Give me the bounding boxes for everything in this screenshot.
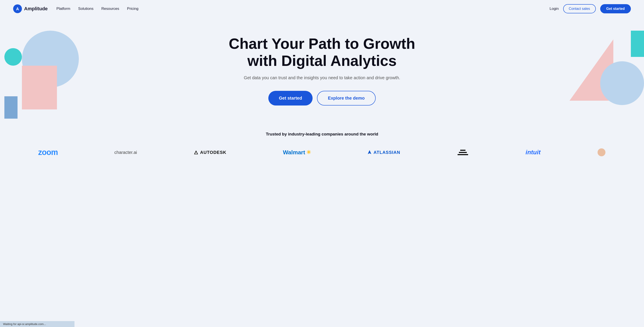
atlassian-icon (367, 150, 372, 155)
hero-content: Chart Your Path to Growth with Digital A… (4, 35, 640, 105)
atlassian-logo-text: ATLASSIAN (374, 150, 400, 155)
walmart-spark-icon: ✳ (306, 149, 311, 155)
logo-adidas (457, 147, 469, 158)
nav-link-pricing[interactable]: Pricing (127, 6, 138, 11)
atlassian-logo-container: ATLASSIAN (367, 150, 400, 155)
status-bar: Waiting for api-sr.amplitude.com... (0, 321, 74, 327)
autodesk-logo-text: AUTODESK (200, 150, 226, 155)
logo-intuit: intuit (526, 149, 540, 156)
partial-logo-icon (597, 148, 606, 157)
hero-buttons: Get started Explore the demo (4, 91, 640, 105)
contact-sales-button[interactable]: Contact sales (563, 4, 596, 13)
nav-item-solutions[interactable]: Solutions (78, 6, 94, 11)
logo-partial (597, 148, 606, 157)
logo-atlassian: ATLASSIAN (367, 150, 400, 155)
nav-right: Login Contact sales Get started (550, 4, 631, 13)
characterai-logo-text: character.ai (114, 150, 137, 155)
logo-zoom: zoom (38, 148, 58, 157)
adidas-icon (457, 147, 469, 158)
hero-title: Chart Your Path to Growth with Digital A… (224, 35, 420, 69)
zoom-logo-text: zoom (38, 148, 58, 157)
hero-explore-demo-button[interactable]: Explore the demo (317, 91, 376, 105)
logo-link[interactable]: A Amplitude (13, 4, 48, 13)
company-logos-row: zoom character.ai AUTODESK Walmart ✳ (13, 147, 631, 158)
logo-walmart: Walmart ✳ (283, 149, 311, 156)
status-text: Waiting for api-sr.amplitude.com... (3, 323, 46, 326)
nav-link-solutions[interactable]: Solutions (78, 6, 94, 11)
svg-point-9 (598, 148, 606, 156)
nav-item-pricing[interactable]: Pricing (127, 6, 138, 11)
nav-links: Platform Solutions Resources Pricing (56, 6, 138, 11)
nav-link-resources[interactable]: Resources (102, 6, 119, 11)
nav-link-platform[interactable]: Platform (56, 6, 70, 11)
hero-subtitle: Get data you can trust and the insights … (4, 75, 640, 80)
trusted-section: Trusted by industry-leading companies ar… (0, 119, 644, 166)
logo-autodesk: AUTODESK (194, 150, 226, 155)
logo-text: Amplitude (24, 6, 48, 11)
hero-get-started-button[interactable]: Get started (268, 91, 312, 105)
nav-item-platform[interactable]: Platform (56, 6, 70, 11)
svg-marker-4 (368, 150, 371, 154)
get-started-nav-button[interactable]: Get started (600, 4, 631, 13)
logo-characterai: character.ai (114, 150, 137, 155)
svg-rect-8 (460, 150, 466, 151)
navbar: A Amplitude Platform Solutions Resources… (0, 0, 644, 17)
svg-rect-7 (459, 152, 467, 153)
amplitude-logo-icon: A (13, 4, 22, 13)
trusted-title: Trusted by industry-leading companies ar… (13, 132, 631, 137)
intuit-logo-text: intuit (526, 149, 540, 156)
walmart-logo-text: Walmart ✳ (283, 149, 311, 156)
svg-rect-6 (458, 154, 468, 155)
hero-section: Chart Your Path to Growth with Digital A… (0, 17, 644, 119)
autodesk-icon (194, 150, 198, 155)
svg-text:A: A (16, 7, 19, 11)
autodesk-logo-container: AUTODESK (194, 150, 226, 155)
nav-left: A Amplitude Platform Solutions Resources… (13, 4, 138, 13)
nav-item-resources[interactable]: Resources (102, 6, 119, 11)
login-link[interactable]: Login (550, 6, 559, 11)
